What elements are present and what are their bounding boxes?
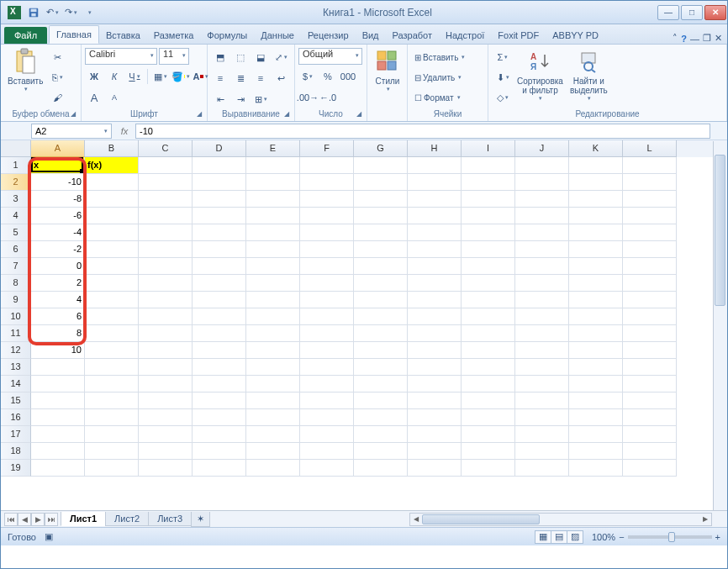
cell-B7[interactable] <box>85 258 139 275</box>
cell-F7[interactable] <box>300 258 354 275</box>
cell-F5[interactable] <box>300 224 354 241</box>
cell-A15[interactable] <box>31 393 85 409</box>
sheet-tab-2[interactable]: Лист2 <box>105 512 149 526</box>
cell-I16[interactable] <box>462 409 515 426</box>
cell-I15[interactable] <box>462 393 515 409</box>
align-bottom-button[interactable]: ⬓ <box>251 48 270 66</box>
cell-C13[interactable] <box>139 359 193 376</box>
vscroll-thumb[interactable] <box>715 155 725 306</box>
cell-H4[interactable] <box>408 208 462 224</box>
col-header-e[interactable]: E <box>246 140 300 157</box>
cell-B16[interactable] <box>85 409 139 426</box>
cell-J8[interactable] <box>515 275 569 292</box>
cell-H7[interactable] <box>408 258 462 275</box>
cell-E2[interactable] <box>246 174 300 191</box>
minimize-ribbon-button[interactable]: ˄ <box>673 33 678 44</box>
row-header-16[interactable]: 16 <box>1 409 31 426</box>
cell-H2[interactable] <box>408 174 462 191</box>
sheet-nav-first[interactable]: ⏮ <box>4 513 18 526</box>
hscroll-right[interactable]: ▶ <box>699 514 711 525</box>
cell-D7[interactable] <box>193 258 246 275</box>
cell-L7[interactable] <box>623 258 677 275</box>
file-tab[interactable]: Файл <box>4 27 47 44</box>
cell-J5[interactable] <box>515 224 569 241</box>
cell-D6[interactable] <box>193 241 246 258</box>
minimize-button[interactable]: — <box>657 5 679 20</box>
col-header-c[interactable]: C <box>139 140 193 157</box>
tab-insert[interactable]: Вставка <box>99 27 147 44</box>
wrap-text-button[interactable]: ↩ <box>272 69 290 87</box>
cell-G4[interactable] <box>354 208 408 224</box>
cell-K16[interactable] <box>569 409 623 426</box>
cell-C11[interactable] <box>139 325 193 342</box>
cell-B15[interactable] <box>85 393 139 409</box>
cell-D10[interactable] <box>193 308 246 325</box>
doc-restore-button[interactable]: ❐ <box>703 33 711 44</box>
cell-I5[interactable] <box>462 224 515 241</box>
cell-D2[interactable] <box>193 174 246 191</box>
delete-cells-button[interactable]: ⊟ Удалить▾ <box>411 68 465 87</box>
cell-G7[interactable] <box>354 258 408 275</box>
comma-button[interactable]: 000 <box>339 67 357 86</box>
decrease-indent-button[interactable]: ⇤ <box>211 90 229 108</box>
cell-A11[interactable]: 8 <box>31 325 85 342</box>
cell-B3[interactable] <box>85 191 139 208</box>
cell-B11[interactable] <box>85 325 139 342</box>
cell-D3[interactable] <box>193 191 246 208</box>
tab-developer[interactable]: Разработ <box>386 27 439 44</box>
cell-A16[interactable] <box>31 409 85 426</box>
cell-A8[interactable]: 2 <box>31 275 85 292</box>
tab-view[interactable]: Вид <box>356 27 386 44</box>
cell-H1[interactable] <box>408 157 462 174</box>
row-header-3[interactable]: 3 <box>1 191 31 208</box>
cell-A19[interactable] <box>31 460 85 477</box>
cell-G19[interactable] <box>354 460 408 477</box>
cell-K13[interactable] <box>569 359 623 376</box>
cell-A12[interactable]: 10 <box>31 342 85 359</box>
cell-E11[interactable] <box>246 325 300 342</box>
cell-G12[interactable] <box>354 342 408 359</box>
cell-F14[interactable] <box>300 376 354 393</box>
align-top-button[interactable]: ⬒ <box>211 48 229 66</box>
styles-button[interactable]: Стили ▾ <box>371 46 404 94</box>
cell-H6[interactable] <box>408 241 462 258</box>
cell-K4[interactable] <box>569 208 623 224</box>
cell-I3[interactable] <box>462 191 515 208</box>
cell-F13[interactable] <box>300 359 354 376</box>
cell-B8[interactable] <box>85 275 139 292</box>
format-cells-button[interactable]: ☐ Формат▾ <box>411 88 464 107</box>
cell-L6[interactable] <box>623 241 677 258</box>
clear-button[interactable]: ◇▾ <box>493 88 512 107</box>
cell-H9[interactable] <box>408 292 462 308</box>
cell-A7[interactable]: 0 <box>31 258 85 275</box>
cell-L15[interactable] <box>623 393 677 409</box>
cell-L18[interactable] <box>623 443 677 460</box>
row-header-2[interactable]: 2 <box>1 174 31 191</box>
cell-L16[interactable] <box>623 409 677 426</box>
cell-G2[interactable] <box>354 174 408 191</box>
cell-G5[interactable] <box>354 224 408 241</box>
cell-K18[interactable] <box>569 443 623 460</box>
tab-data[interactable]: Данные <box>254 27 301 44</box>
cell-B6[interactable] <box>85 241 139 258</box>
cell-L11[interactable] <box>623 325 677 342</box>
cell-F16[interactable] <box>300 409 354 426</box>
cell-F12[interactable] <box>300 342 354 359</box>
cell-K2[interactable] <box>569 174 623 191</box>
cell-G13[interactable] <box>354 359 408 376</box>
cell-H15[interactable] <box>408 393 462 409</box>
cell-I19[interactable] <box>462 460 515 477</box>
cell-B17[interactable] <box>85 426 139 443</box>
cell-B12[interactable] <box>85 342 139 359</box>
col-header-k[interactable]: K <box>569 140 623 157</box>
cell-C18[interactable] <box>139 443 193 460</box>
increase-indent-button[interactable]: ⇥ <box>231 90 250 108</box>
cell-G3[interactable] <box>354 191 408 208</box>
cell-A2[interactable]: -10 <box>31 174 85 191</box>
cell-F9[interactable] <box>300 292 354 308</box>
row-header-5[interactable]: 5 <box>1 224 31 241</box>
new-sheet-button[interactable]: ✶ <box>191 512 210 527</box>
cell-A10[interactable]: 6 <box>31 308 85 325</box>
cell-G1[interactable] <box>354 157 408 174</box>
cell-C8[interactable] <box>139 275 193 292</box>
